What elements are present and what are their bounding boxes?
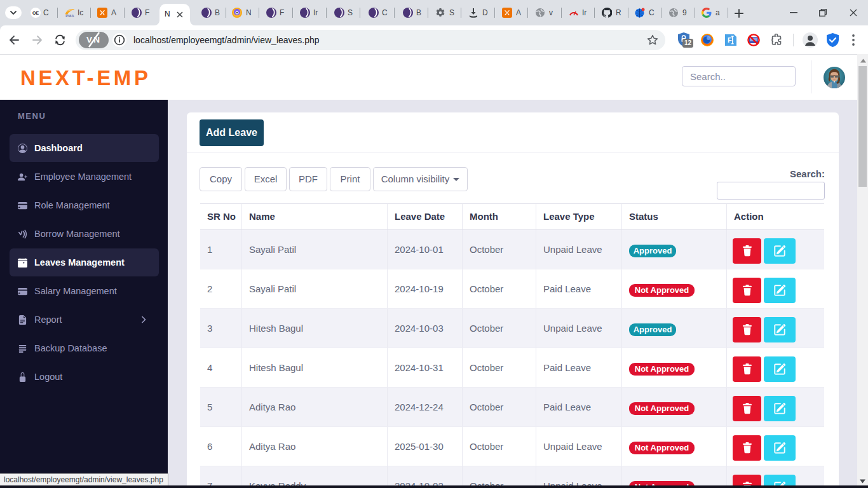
svg-text:F: F (728, 36, 732, 44)
svg-text:OE: OE (32, 11, 39, 15)
svg-text:PMA: PMA (65, 14, 74, 18)
